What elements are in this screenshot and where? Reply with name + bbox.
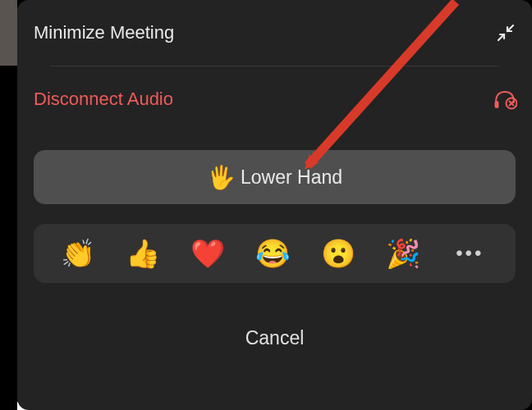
cancel-button[interactable]: Cancel xyxy=(245,327,305,349)
disconnect-audio-item[interactable]: Disconnect Audio xyxy=(34,66,516,132)
raised-hand-icon: 🖐 xyxy=(207,164,236,191)
reaction-heart[interactable]: ❤️ xyxy=(190,239,225,267)
reaction-clap[interactable]: 👏 xyxy=(61,239,95,267)
reaction-wow[interactable]: 😮 xyxy=(321,239,355,267)
headphones-cancel-icon xyxy=(493,89,516,110)
lower-hand-button[interactable]: 🖐 Lower Hand xyxy=(34,150,516,204)
menu-section: Minimize Meeting Disconnect Audio xyxy=(17,0,532,132)
reaction-laugh[interactable]: 😂 xyxy=(255,239,290,267)
screenshot-frame: Minimize Meeting Disconnect Audio xyxy=(0,0,532,410)
svg-rect-2 xyxy=(495,101,499,108)
lower-hand-label: Lower Hand xyxy=(241,166,342,189)
minimize-meeting-label: Minimize Meeting xyxy=(34,22,174,43)
meeting-options-panel: Minimize Meeting Disconnect Audio xyxy=(17,0,532,410)
reactions-bar: 👏 👍 ❤️ 😂 😮 🎉 ••• xyxy=(34,224,516,283)
reaction-tada[interactable]: 🎉 xyxy=(386,239,420,267)
reaction-thumbs-up[interactable]: 👍 xyxy=(126,239,160,267)
reactions-more-button[interactable]: ••• xyxy=(451,242,488,265)
left-edge-decoration xyxy=(0,0,17,66)
minimize-meeting-item[interactable]: Minimize Meeting xyxy=(34,0,516,66)
cancel-section: Cancel xyxy=(17,309,532,367)
disconnect-audio-label: Disconnect Audio xyxy=(34,89,173,110)
minimize-icon xyxy=(496,23,516,43)
